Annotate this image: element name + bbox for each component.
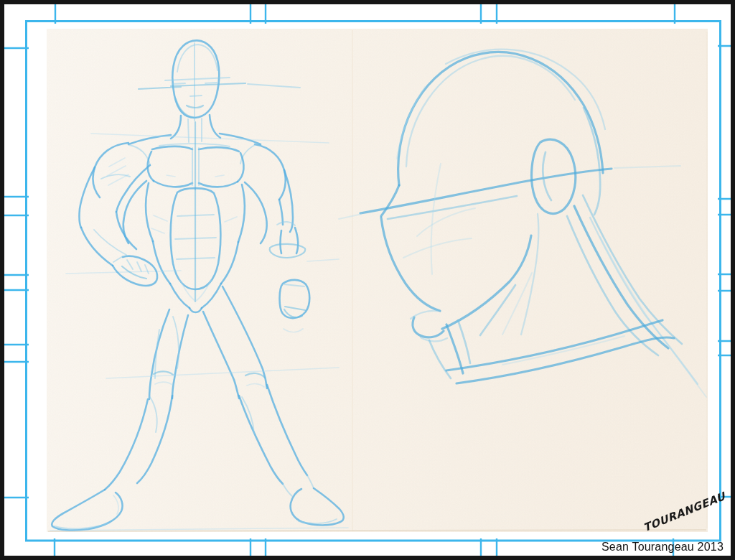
scanned-sketch-page: Tourangeau Sean Tourangeau 2013 bbox=[0, 0, 735, 560]
paper-sheet bbox=[47, 29, 708, 532]
artwork-canvas bbox=[0, 0, 735, 560]
credit-text: Sean Tourangeau 2013 bbox=[601, 541, 724, 554]
